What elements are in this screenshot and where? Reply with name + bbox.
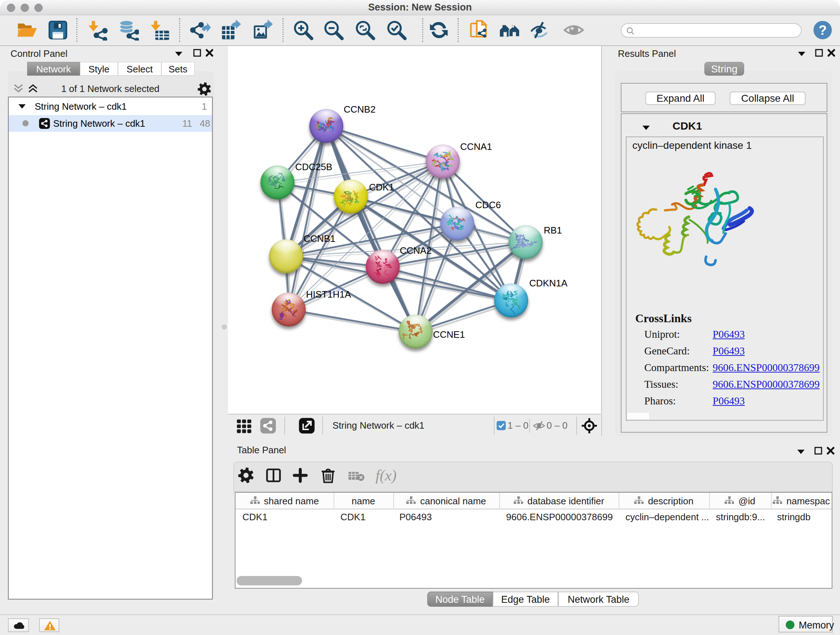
svg-text:?: ?: [819, 23, 827, 38]
